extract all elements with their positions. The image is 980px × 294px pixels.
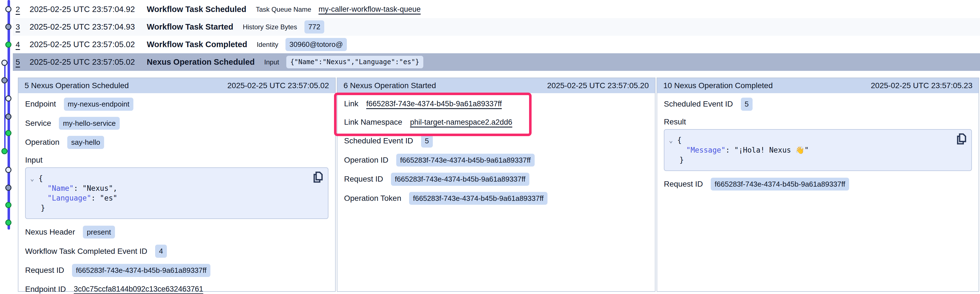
timeline-marker-started	[5, 185, 11, 191]
field-operation: Operation say-hello	[25, 136, 328, 149]
history-size-badge: 772	[304, 21, 324, 33]
event-timestamp: 2025-02-25 UTC 23:57:04.93	[30, 22, 147, 32]
endpoint-id-link[interactable]: 3c0c75ccfa8144b092c13ce632463761	[74, 285, 203, 294]
field-label: Result	[664, 118, 686, 126]
field-label: Operation	[25, 138, 59, 147]
field-label: Workflow Task Completed Event ID	[25, 247, 147, 256]
timeline-marker-completed	[2, 148, 8, 154]
event-id-link[interactable]: 5	[16, 58, 30, 67]
event-timestamp: 2025-02-25 UTC 23:57:05.02	[30, 40, 147, 49]
timeline-marker-started	[5, 24, 11, 30]
json-open-brace: {	[38, 174, 43, 183]
event-timestamp: 2025-02-25 UTC 23:57:05.02	[30, 57, 147, 67]
input-json-viewer: ⌄{ "Name": "Nexus", "Language": "es" }	[25, 167, 328, 219]
nexus-header-badge: present	[83, 226, 115, 239]
json-value: : "Nexus",	[74, 184, 118, 192]
field-request-id: Request ID f665283f-743e-4374-b45b-9a61a…	[25, 264, 328, 277]
field-nexus-header: Nexus Header present	[25, 226, 328, 239]
event-detail-label: Input	[264, 58, 279, 66]
timeline-branch-line	[4, 63, 6, 151]
link-namespace-link[interactable]: phil-target-namespace2.a2dd6	[410, 118, 512, 127]
link-event-link[interactable]: f665283f-743e-4374-b45b-9a61a89337ff	[366, 100, 502, 108]
timeline-marker-pending	[5, 167, 11, 173]
service-badge: my-hello-service	[59, 117, 119, 130]
json-key: "Language"	[48, 194, 91, 202]
field-scheduled-event-id: Scheduled Event ID 5	[664, 98, 972, 111]
input-payload-badge: {"Name":"Nexus","Language":"es"}	[286, 56, 423, 68]
field-label: Endpoint	[25, 100, 56, 108]
chevron-down-icon[interactable]: ⌄	[30, 174, 38, 184]
request-id-badge: f665283f-743e-4374-b45b-9a61a89337ff	[72, 264, 210, 277]
event-detail-group: 5 Nexus Operation Scheduled 2025-02-25 U…	[18, 78, 979, 292]
json-close-brace: }	[679, 156, 684, 164]
event-id-link[interactable]: 4	[16, 40, 30, 49]
event-row-5-selected[interactable]: 5 2025-02-25 UTC 23:57:05.02 Nexus Opera…	[13, 53, 980, 71]
panel-title: 6 Nexus Operation Started	[344, 81, 436, 90]
event-row-3[interactable]: 3 2025-02-25 UTC 23:57:04.93 Workflow Ta…	[13, 18, 980, 36]
field-label: Nexus Header	[25, 227, 75, 237]
field-request-id: Request ID f665283f-743e-4374-b45b-9a61a…	[344, 173, 648, 186]
timeline-marker-pending	[5, 95, 11, 102]
field-label: Scheduled Event ID	[344, 137, 413, 145]
copy-icon[interactable]	[956, 133, 967, 145]
panel-nexus-operation-started: 6 Nexus Operation Started 2025-02-25 UTC…	[337, 78, 655, 292]
json-value: : "¡Hola! Nexus 👋"	[725, 146, 809, 154]
event-row-2[interactable]: 2 2025-02-25 UTC 23:57:04.92 Workflow Ta…	[13, 0, 980, 18]
field-label: Link	[344, 99, 358, 108]
field-request-id: Request ID f665283f-743e-4374-b45b-9a61a…	[664, 178, 972, 191]
event-name: Nexus Operation Scheduled	[147, 57, 255, 67]
panel-header: 6 Nexus Operation Started 2025-02-25 UTC…	[337, 78, 655, 93]
panel-title: 5 Nexus Operation Scheduled	[25, 81, 129, 90]
field-link: Link f665283f-743e-4374-b45b-9a61a89337f…	[344, 98, 648, 110]
event-id-link[interactable]: 2	[16, 5, 30, 14]
event-name: Workflow Task Completed	[147, 40, 247, 49]
copy-icon[interactable]	[312, 171, 324, 184]
timeline-marker-completed	[5, 202, 11, 208]
operation-token-badge: f665283f-743e-4374-b45b-9a61a89337ff	[409, 192, 547, 205]
field-wtc-event-id: Workflow Task Completed Event ID 4	[25, 245, 328, 258]
field-label: Link Namespace	[344, 118, 402, 127]
panel-nexus-operation-completed: 10 Nexus Operation Completed 2025-02-25 …	[657, 78, 979, 292]
panel-timestamp: 2025-02-25 UTC 23:57:05.23	[871, 81, 972, 90]
wtc-event-id-badge: 4	[155, 245, 167, 258]
identity-badge: 30960@totoro@	[285, 38, 347, 51]
event-row-4[interactable]: 4 2025-02-25 UTC 23:57:05.02 Workflow Ta…	[13, 36, 980, 53]
field-label: Operation Token	[344, 194, 401, 203]
scheduled-event-id-badge: 5	[741, 98, 752, 111]
field-operation-token: Operation Token f665283f-743e-4374-b45b-…	[344, 192, 648, 205]
timeline-marker-started	[2, 77, 8, 83]
panel-timestamp: 2025-02-25 UTC 23:57:05.20	[547, 81, 649, 90]
field-label: Request ID	[344, 175, 383, 184]
timeline-marker-completed	[5, 219, 11, 226]
event-history-list: 2 2025-02-25 UTC 23:57:04.92 Workflow Ta…	[13, 0, 980, 71]
result-json-viewer: ⌄{ "Message": "¡Hola! Nexus 👋" }	[664, 129, 972, 171]
operation-badge: say-hello	[67, 136, 104, 149]
json-close-brace: }	[41, 203, 45, 212]
field-operation-id: Operation ID f665283f-743e-4374-b45b-9a6…	[344, 154, 648, 167]
endpoint-badge: my-nexus-endpoint	[64, 98, 134, 111]
operation-id-badge: f665283f-743e-4374-b45b-9a61a89337ff	[396, 154, 535, 167]
field-result: Result	[664, 117, 972, 127]
task-queue-link[interactable]: my-caller-workflow-task-queue	[318, 5, 420, 13]
panel-title: 10 Nexus Operation Completed	[663, 81, 773, 90]
field-service: Service my-hello-service	[25, 117, 328, 130]
json-value: : "es"	[91, 194, 118, 202]
request-id-badge: f665283f-743e-4374-b45b-9a61a89337ff	[711, 178, 849, 191]
field-label: Input	[25, 156, 42, 165]
event-name: Workflow Task Started	[147, 22, 233, 32]
chevron-down-icon[interactable]: ⌄	[669, 135, 677, 145]
field-label: Scheduled Event ID	[664, 100, 733, 108]
field-endpoint: Endpoint my-nexus-endpoint	[25, 98, 328, 111]
event-id-link[interactable]: 3	[16, 22, 30, 32]
event-detail-label: History Size Bytes	[243, 23, 297, 31]
panel-timestamp: 2025-02-25 UTC 23:57:05.02	[228, 81, 329, 90]
timeline-marker-completed	[5, 130, 11, 136]
json-key: "Name"	[48, 184, 74, 192]
event-detail-label: Task Queue Name	[256, 6, 312, 13]
field-link-namespace: Link Namespace phil-target-namespace2.a2…	[344, 116, 648, 128]
scheduled-event-id-badge: 5	[421, 134, 433, 148]
timeline-marker-pending	[2, 60, 8, 66]
field-label: Request ID	[25, 266, 64, 275]
timeline-marker-completed	[5, 41, 11, 48]
panel-nexus-operation-scheduled: 5 Nexus Operation Scheduled 2025-02-25 U…	[18, 78, 336, 292]
